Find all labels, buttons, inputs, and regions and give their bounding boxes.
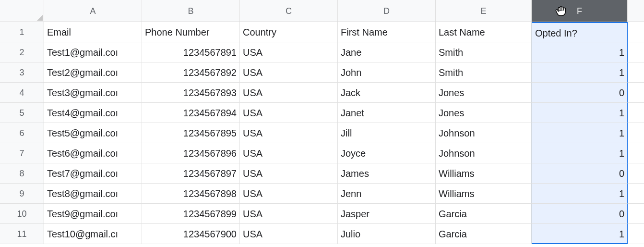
header-cell[interactable]: Phone Number	[142, 22, 240, 42]
data-cell[interactable]: Test9@gmail.coı	[44, 204, 142, 224]
cell-extra	[628, 184, 644, 204]
data-cell[interactable]: 1	[532, 123, 628, 143]
column-header-c[interactable]: C	[240, 0, 338, 22]
data-cell[interactable]: 1234567891	[142, 42, 240, 62]
cell-extra	[628, 42, 644, 62]
cell-extra	[628, 163, 644, 184]
data-cell[interactable]: Test3@gmail.coı	[44, 83, 142, 103]
data-cell[interactable]: USA	[240, 83, 338, 103]
data-cell[interactable]: 1	[532, 224, 628, 244]
data-cell[interactable]: John	[338, 62, 436, 83]
column-letter: F	[577, 6, 582, 16]
header-cell[interactable]: First Name	[338, 22, 436, 42]
data-cell[interactable]: James	[338, 163, 436, 184]
data-cell[interactable]: 1234567898	[142, 184, 240, 204]
cell-extra	[628, 123, 644, 143]
data-cell[interactable]: 1234567896	[142, 143, 240, 163]
cell-extra	[628, 22, 644, 42]
data-cell[interactable]: Janet	[338, 103, 436, 123]
data-cell[interactable]: Johnson	[436, 123, 532, 143]
data-cell[interactable]: Test6@gmail.coı	[44, 143, 142, 163]
cell-extra	[628, 103, 644, 123]
data-cell[interactable]: Joyce	[338, 143, 436, 163]
row-header-8[interactable]: 8	[0, 163, 44, 184]
data-cell[interactable]: Test2@gmail.coı	[44, 62, 142, 83]
data-cell[interactable]: 1234567900	[142, 224, 240, 244]
cell-extra	[628, 224, 644, 244]
data-cell[interactable]: Jill	[338, 123, 436, 143]
header-cell[interactable]: Country	[240, 22, 338, 42]
data-cell[interactable]: Garcia	[436, 224, 532, 244]
data-cell[interactable]: Williams	[436, 163, 532, 184]
row-header-6[interactable]: 6	[0, 123, 44, 143]
data-cell[interactable]: 1	[532, 103, 628, 123]
spreadsheet-grid: ABCDEF1EmailPhone NumberCountryFirst Nam…	[0, 0, 644, 244]
column-header-f[interactable]: F	[532, 0, 628, 22]
row-header-4[interactable]: 4	[0, 83, 44, 103]
cell-extra	[628, 62, 644, 83]
select-all-corner[interactable]	[0, 0, 44, 22]
data-cell[interactable]: Jones	[436, 83, 532, 103]
data-cell[interactable]: Test7@gmail.coı	[44, 163, 142, 184]
data-cell[interactable]: 1234567892	[142, 62, 240, 83]
data-cell[interactable]: USA	[240, 42, 338, 62]
row-header-5[interactable]: 5	[0, 103, 44, 123]
data-cell[interactable]: 1234567899	[142, 204, 240, 224]
column-header-b[interactable]: B	[142, 0, 240, 22]
data-cell[interactable]: Test10@gmail.cı	[44, 224, 142, 244]
data-cell[interactable]: Test1@gmail.coı	[44, 42, 142, 62]
data-cell[interactable]: Williams	[436, 184, 532, 204]
data-cell[interactable]: 0	[532, 83, 628, 103]
row-header-9[interactable]: 9	[0, 184, 44, 204]
column-header-e[interactable]: E	[436, 0, 532, 22]
cell-extra	[628, 143, 644, 163]
data-cell[interactable]: Jones	[436, 103, 532, 123]
column-header-extra	[628, 0, 644, 22]
data-cell[interactable]: Jack	[338, 83, 436, 103]
data-cell[interactable]: USA	[240, 103, 338, 123]
row-header-1[interactable]: 1	[0, 22, 44, 42]
data-cell[interactable]: Test5@gmail.coı	[44, 123, 142, 143]
data-cell[interactable]: 1	[532, 184, 628, 204]
data-cell[interactable]: Test8@gmail.coı	[44, 184, 142, 204]
data-cell[interactable]: 1	[532, 62, 628, 83]
data-cell[interactable]: Test4@gmail.coı	[44, 103, 142, 123]
data-cell[interactable]: 1234567894	[142, 103, 240, 123]
data-cell[interactable]: USA	[240, 204, 338, 224]
data-cell[interactable]: 1	[532, 42, 628, 62]
data-cell[interactable]: 1234567897	[142, 163, 240, 184]
header-cell[interactable]: Last Name	[436, 22, 532, 42]
data-cell[interactable]: Julio	[338, 224, 436, 244]
header-cell[interactable]: Opted In?	[532, 22, 628, 42]
data-cell[interactable]: Smith	[436, 42, 532, 62]
grab-hand-icon	[554, 4, 568, 18]
row-header-2[interactable]: 2	[0, 42, 44, 62]
header-cell[interactable]: Email	[44, 22, 142, 42]
data-cell[interactable]: Johnson	[436, 143, 532, 163]
row-header-11[interactable]: 11	[0, 224, 44, 244]
column-header-d[interactable]: D	[338, 0, 436, 22]
data-cell[interactable]: Jane	[338, 42, 436, 62]
data-cell[interactable]: USA	[240, 123, 338, 143]
data-cell[interactable]: Jasper	[338, 204, 436, 224]
data-cell[interactable]: 1234567893	[142, 83, 240, 103]
data-cell[interactable]: Garcia	[436, 204, 532, 224]
data-cell[interactable]: 0	[532, 163, 628, 184]
data-cell[interactable]: Jenn	[338, 184, 436, 204]
data-cell[interactable]: USA	[240, 184, 338, 204]
data-cell[interactable]: USA	[240, 143, 338, 163]
cell-extra	[628, 83, 644, 103]
column-header-a[interactable]: A	[44, 0, 142, 22]
row-header-10[interactable]: 10	[0, 204, 44, 224]
cell-extra	[628, 204, 644, 224]
data-cell[interactable]: USA	[240, 224, 338, 244]
row-header-7[interactable]: 7	[0, 143, 44, 163]
row-header-3[interactable]: 3	[0, 62, 44, 83]
data-cell[interactable]: USA	[240, 163, 338, 184]
data-cell[interactable]: 1	[532, 143, 628, 163]
data-cell[interactable]: USA	[240, 62, 338, 83]
data-cell[interactable]: 0	[532, 204, 628, 224]
data-cell[interactable]: 1234567895	[142, 123, 240, 143]
data-cell[interactable]: Smith	[436, 62, 532, 83]
